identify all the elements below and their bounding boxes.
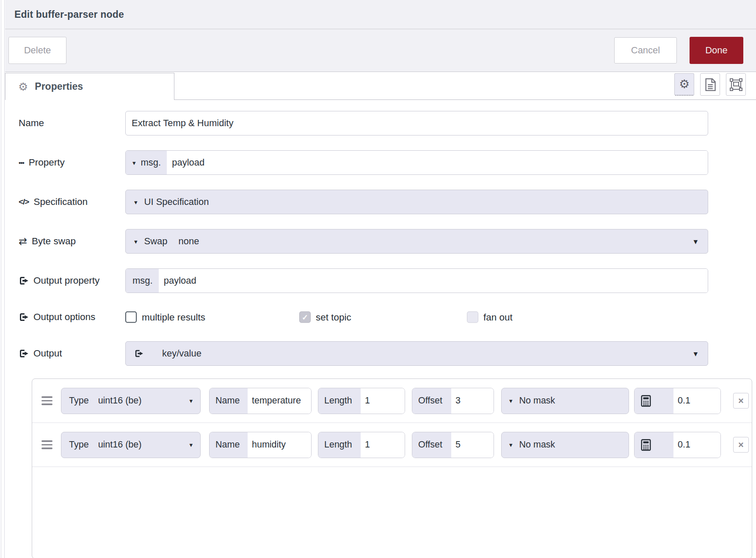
form-row-output-options: Output options multiple results ✓ set to… — [19, 308, 756, 326]
item-scale-input[interactable] — [673, 388, 720, 414]
item-name-field: Name — [209, 388, 312, 414]
property-prefix: msg. — [141, 157, 161, 168]
tab-properties-label: Properties — [35, 81, 83, 92]
close-icon: × — [738, 440, 744, 450]
description-view-button[interactable] — [700, 73, 720, 96]
specification-select[interactable]: ▾ UI Specification — [125, 190, 708, 214]
item-mask-select[interactable]: ▾ No mask — [501, 388, 629, 414]
chevron-down-icon: ▾ — [693, 350, 698, 358]
item-offset-field: Offset — [412, 388, 494, 414]
form-row-specification: </> Specification ▾ UI Specification — [19, 190, 756, 214]
byte-swap-type: Swap — [144, 236, 168, 247]
name-input[interactable] — [125, 111, 708, 135]
specification-label: </> Specification — [19, 196, 125, 207]
sign-out-icon — [19, 348, 29, 359]
properties-form: Name ••• Property ▾ msg. — [5, 100, 756, 558]
appearance-icon — [730, 78, 742, 91]
property-type-button[interactable]: ▾ msg. — [126, 151, 167, 174]
cancel-button[interactable]: Cancel — [614, 37, 677, 64]
form-row-name: Name — [19, 111, 756, 135]
code-icon: </> — [19, 197, 29, 207]
properties-view-button[interactable]: ⚙ — [674, 73, 694, 96]
dots-icon: ••• — [19, 159, 24, 166]
dialog-left-edge — [1, 0, 1, 558]
item-name-field: Name — [209, 432, 312, 458]
item-mask-select[interactable]: ▾ No mask — [501, 432, 629, 458]
tab-row: ⚙ Properties ⚙ — [5, 72, 756, 100]
tab-properties[interactable]: ⚙ Properties — [5, 73, 174, 100]
chevron-down-icon: ▾ — [134, 199, 138, 205]
property-label: ••• Property — [19, 157, 125, 168]
drag-handle-icon[interactable] — [41, 440, 54, 449]
item-length-field: Length — [318, 432, 405, 458]
sign-out-icon — [19, 276, 29, 286]
form-row-output-property: Output property msg. — [19, 268, 756, 293]
item-row-temperature: Type uint16 (be) ▾ Name Length Offset — [32, 379, 752, 423]
chevron-down-icon: ▾ — [189, 398, 193, 404]
byte-swap-select[interactable]: ▾ Swap none ▾ — [125, 229, 708, 254]
property-value-input[interactable] — [167, 151, 708, 174]
swap-arrows-icon: ⇄ — [19, 235, 27, 247]
item-offset-input[interactable] — [451, 388, 494, 414]
specification-value: UI Specification — [144, 196, 209, 207]
item-scale-field — [634, 432, 721, 458]
remove-item-button[interactable]: × — [733, 393, 749, 409]
output-property-value-input[interactable] — [159, 269, 708, 293]
item-row-humidity: Type uint16 (be) ▾ Name Length Offset — [32, 423, 752, 467]
tab-buttons: ⚙ — [674, 73, 746, 96]
option-fan-out: fan out — [467, 312, 513, 323]
dialog-titlebar: Edit buffer-parser node — [5, 0, 756, 29]
check-icon: ✓ — [302, 312, 308, 322]
calculator-icon — [640, 395, 651, 407]
name-label: Name — [19, 118, 125, 129]
output-property-label: Output property — [19, 275, 125, 286]
fan-out-checkbox[interactable] — [467, 312, 478, 323]
done-button[interactable]: Done — [690, 37, 743, 64]
item-scale-input[interactable] — [673, 432, 720, 458]
item-name-input[interactable] — [248, 388, 311, 414]
chevron-down-icon: ▾ — [189, 442, 193, 448]
dialog-toolbar: Delete Cancel Done — [5, 29, 756, 72]
chevron-down-icon: ▾ — [509, 442, 513, 448]
chevron-down-icon: ▾ — [134, 238, 138, 245]
sign-out-icon — [19, 312, 29, 322]
dialog-left-edge-inner — [4, 0, 5, 558]
chevron-down-icon: ▾ — [693, 238, 698, 246]
edit-node-dialog: Edit buffer-parser node Delete Cancel Do… — [5, 0, 756, 558]
chevron-down-icon: ▾ — [132, 160, 136, 166]
remove-item-button[interactable]: × — [733, 437, 749, 453]
gear-icon: ⚙ — [679, 78, 690, 90]
gear-icon: ⚙ — [18, 81, 28, 92]
form-row-property: ••• Property ▾ msg. — [19, 150, 756, 175]
appearance-view-button[interactable] — [726, 73, 746, 96]
item-type-select[interactable]: Type uint16 (be) ▾ — [61, 388, 201, 414]
document-icon — [705, 78, 716, 91]
item-name-input[interactable] — [248, 432, 311, 458]
item-length-input[interactable] — [361, 388, 405, 414]
property-typed-input: ▾ msg. — [125, 150, 708, 175]
option-set-topic: ✓ set topic — [299, 312, 351, 323]
calculator-icon — [640, 439, 651, 451]
sign-out-icon — [134, 349, 143, 358]
output-property-typed-input: msg. — [125, 268, 708, 293]
output-property-prefix[interactable]: msg. — [126, 269, 159, 293]
output-select[interactable]: key/value ▾ — [125, 341, 708, 366]
item-type-select[interactable]: Type uint16 (be) ▾ — [61, 432, 201, 458]
set-topic-checkbox[interactable]: ✓ — [299, 312, 311, 323]
option-multiple-results: multiple results — [125, 312, 205, 323]
item-scale-field — [634, 388, 721, 414]
item-length-input[interactable] — [361, 432, 405, 458]
output-label: Output — [19, 348, 125, 359]
multiple-results-checkbox[interactable] — [125, 312, 137, 323]
form-row-output: Output key/value ▾ — [19, 341, 756, 366]
dialog-title: Edit buffer-parser node — [14, 9, 124, 20]
drag-handle-icon[interactable] — [41, 396, 54, 405]
close-icon: × — [738, 396, 744, 406]
chevron-down-icon: ▾ — [509, 398, 513, 404]
output-value: key/value — [162, 348, 201, 359]
item-offset-input[interactable] — [451, 432, 494, 458]
item-offset-field: Offset — [412, 432, 494, 458]
form-row-byte-swap: ⇄ Byte swap ▾ Swap none ▾ — [19, 229, 756, 254]
delete-button[interactable]: Delete — [8, 37, 66, 64]
item-list: Type uint16 (be) ▾ Name Length Offset — [32, 378, 752, 558]
